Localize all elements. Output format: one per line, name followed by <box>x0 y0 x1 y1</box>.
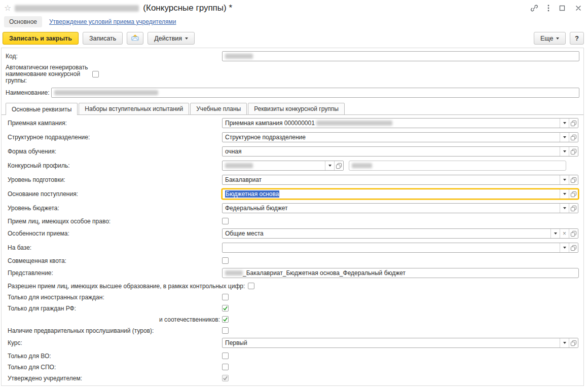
nav-bar: Основное Утверждение условий приема учре… <box>0 14 588 30</box>
close-icon[interactable] <box>574 4 583 13</box>
training-level-field[interactable]: Бакалавриат <box>222 175 578 185</box>
open-button[interactable] <box>569 119 578 128</box>
dropdown-button[interactable] <box>560 119 569 128</box>
open-button[interactable] <box>569 133 578 142</box>
structural-unit-field[interactable]: Структурное подразделение <box>222 132 578 142</box>
chevron-down-icon <box>185 37 188 40</box>
redacted-value <box>225 270 243 276</box>
help-button[interactable]: ? <box>570 32 584 45</box>
dropdown-button[interactable] <box>550 229 560 238</box>
dropdown-button[interactable] <box>560 175 569 184</box>
envelope-read-button[interactable] <box>127 32 143 45</box>
dropdown-button[interactable] <box>560 243 569 252</box>
kebab-menu-icon[interactable] <box>546 3 550 13</box>
dropdown-button[interactable] <box>325 161 334 170</box>
form-frame: Код: Автоматически генерировать наименов… <box>1 48 584 386</box>
representation-input[interactable]: _Бакалавриат_Бюджетная основа_Федеральны… <box>222 268 579 278</box>
more-button[interactable]: Еще <box>534 32 566 45</box>
budget-level-row: Уровень бюджета: Федеральный бюджет <box>8 203 579 213</box>
admission-basis-label: Основание поступления: <box>8 190 222 198</box>
name-input[interactable] <box>51 88 579 98</box>
open-button[interactable] <box>569 189 578 199</box>
tab-group-requisites[interactable]: Реквизиты конкурсной группы <box>248 103 345 115</box>
autogen-checkbox[interactable] <box>92 71 99 77</box>
tab-curricula[interactable]: Учебные планы <box>190 103 247 115</box>
favorite-star-icon[interactable]: ☆ <box>4 4 11 12</box>
save-close-button[interactable]: Записать и закрыть <box>3 32 79 45</box>
course-field[interactable]: Первый <box>222 338 578 348</box>
dropdown-button[interactable] <box>560 189 569 199</box>
window-title: (Конкурсные группы) * <box>143 3 232 13</box>
education-form-label: Форма обучения: <box>8 148 222 155</box>
dropdown-button[interactable] <box>560 133 569 142</box>
admission-campaign-field[interactable]: Приемная кампания 000000001 <box>222 118 578 128</box>
and-compatriots-checkbox[interactable] <box>222 316 229 323</box>
name-row: Наименование: <box>6 88 579 98</box>
education-form-field[interactable]: очная <box>222 146 578 157</box>
dropdown-button[interactable] <box>560 204 569 213</box>
open-button[interactable] <box>569 229 578 238</box>
approved-by-founder-label: Утверждено учредителем: <box>8 375 222 382</box>
competitive-profile-label: Конкурсный профиль: <box>8 162 222 169</box>
competitive-profile-extra-input[interactable] <box>349 161 566 171</box>
preliminary-auditions-row: Наличие предварительных прослушиваний (т… <box>8 327 579 334</box>
open-icon <box>570 205 577 212</box>
special-right-checkbox[interactable] <box>222 218 229 224</box>
preliminary-auditions-checkbox[interactable] <box>222 327 229 334</box>
name-label: Наименование: <box>6 89 51 96</box>
only-vo-label: Только для ВО: <box>8 353 222 360</box>
nav-link-approval[interactable]: Утверждение условий приема учредителями <box>49 18 176 25</box>
representation-row: Представление: _Бакалавриат_Бюджетная ос… <box>8 268 579 278</box>
only-foreign-label: Только для иностранных граждан: <box>8 294 222 301</box>
chevron-down-icon <box>563 122 566 124</box>
representation-value: _Бакалавриат_Бюджетная основа_Федеральны… <box>243 269 406 277</box>
redacted-value <box>316 121 392 126</box>
chevron-down-icon <box>563 150 566 152</box>
save-button[interactable]: Записать <box>83 32 123 45</box>
admission-basis-value-selected: Бюджетная основа <box>225 190 279 198</box>
open-icon <box>570 191 577 198</box>
only-rf-row: Только для граждан РФ: <box>8 304 579 312</box>
only-foreign-row: Только для иностранных граждан: <box>8 293 579 301</box>
link-icon[interactable] <box>529 3 539 13</box>
toolbar: Записать и закрыть Записать Действия Еще… <box>0 30 588 48</box>
chevron-down-icon <box>563 342 566 344</box>
open-button[interactable] <box>569 147 578 156</box>
admission-features-row: Особенности приема: Общие места × <box>8 228 579 239</box>
code-input[interactable] <box>222 51 579 61</box>
clear-button[interactable]: × <box>560 229 569 238</box>
allow-higher-ed-checkbox[interactable] <box>248 283 254 289</box>
tab-main-requisites[interactable]: Основные реквизиты <box>6 103 78 115</box>
on-base-field[interactable] <box>222 243 578 253</box>
open-icon <box>570 245 577 251</box>
actions-button[interactable]: Действия <box>148 32 195 45</box>
open-button[interactable] <box>569 243 578 252</box>
only-vo-checkbox[interactable] <box>222 353 229 359</box>
structural-unit-label: Структурное подразделение: <box>8 134 222 141</box>
only-foreign-checkbox[interactable] <box>222 294 229 300</box>
open-icon <box>570 177 577 183</box>
budget-level-field[interactable]: Федеральный бюджет <box>222 203 578 213</box>
only-rf-checkbox[interactable] <box>222 305 229 312</box>
code-label: Код: <box>6 53 222 60</box>
budget-level-value: Федеральный бюджет <box>225 205 288 212</box>
maximize-icon[interactable] <box>558 4 567 13</box>
only-spo-checkbox[interactable] <box>222 364 229 370</box>
dropdown-button[interactable] <box>560 147 569 156</box>
redacted-value <box>54 90 158 95</box>
combined-quota-checkbox[interactable] <box>222 257 229 264</box>
open-button[interactable] <box>334 161 343 170</box>
more-button-label: Еще <box>540 35 553 42</box>
open-button[interactable] <box>569 175 578 184</box>
chevron-down-icon <box>563 136 566 138</box>
tab-entrance-tests[interactable]: Наборы вступительных испытаний <box>79 103 189 115</box>
competitive-profile-row: Конкурсный профиль: <box>8 161 579 171</box>
dropdown-button[interactable] <box>560 338 569 347</box>
competitive-profile-field[interactable] <box>222 161 344 171</box>
open-button[interactable] <box>569 204 578 213</box>
budget-level-label: Уровень бюджета: <box>8 205 222 212</box>
admission-basis-field[interactable]: Бюджетная основа <box>222 189 578 199</box>
nav-tab-main[interactable]: Основное <box>4 16 42 27</box>
open-button[interactable] <box>569 338 578 347</box>
admission-features-field[interactable]: Общие места × <box>222 228 578 239</box>
